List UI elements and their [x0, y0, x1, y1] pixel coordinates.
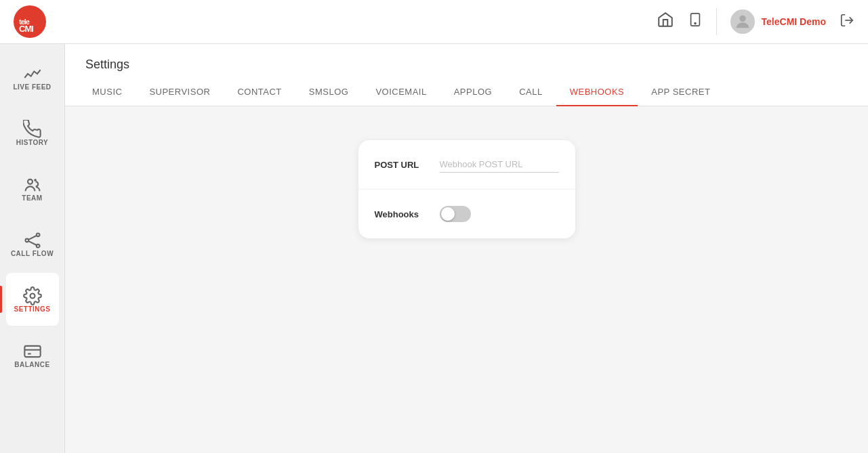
svg-line-13 — [28, 241, 37, 245]
tabs-bar: MUSIC SUPERVISOR CONTACT SMSLOG VOICEMAI… — [65, 79, 868, 106]
avatar — [730, 9, 755, 34]
svg-point-14 — [30, 293, 35, 298]
home-icon[interactable] — [657, 11, 674, 33]
webhooks-card: POST URL Webhooks — [358, 140, 575, 238]
sidebar-item-team[interactable]: TEAM — [6, 162, 59, 215]
phone-icon — [23, 120, 42, 139]
sidebar-label-team: TEAM — [22, 194, 42, 202]
svg-rect-15 — [24, 345, 40, 356]
mobile-icon[interactable] — [688, 11, 703, 33]
tab-supervisor[interactable]: SUPERVISOR — [136, 79, 224, 106]
svg-text:CMI: CMI — [19, 24, 33, 34]
svg-line-12 — [28, 236, 37, 240]
sidebar-label-live-feed: LIVE FEED — [13, 83, 51, 91]
svg-point-5 — [739, 16, 745, 22]
toggle-thumb — [441, 207, 455, 221]
post-url-input[interactable] — [440, 156, 559, 173]
webhooks-label: Webhooks — [375, 209, 429, 219]
balance-icon — [23, 342, 42, 361]
header-divider — [716, 8, 717, 35]
tab-voicemail[interactable]: VOICEMAIL — [362, 79, 440, 106]
tab-music[interactable]: MUSIC — [79, 79, 136, 106]
sidebar-label-history: HISTORY — [16, 139, 48, 146]
header: tele CMI TeleCMI Dem — [0, 0, 868, 44]
logo: tele CMI — [14, 5, 46, 38]
sidebar-label-balance: BALANCE — [14, 361, 49, 368]
svg-point-4 — [695, 23, 696, 24]
webhooks-toggle-section: Webhooks — [358, 190, 575, 238]
sidebar-item-balance[interactable]: BALANCE — [6, 328, 59, 381]
sidebar-item-live-feed[interactable]: LIVE FEED — [6, 51, 59, 104]
sidebar-item-history[interactable]: HISTORY — [6, 106, 59, 159]
svg-point-10 — [36, 233, 39, 236]
sidebar-label-call-flow: CALL FLOW — [11, 250, 54, 257]
post-url-row: POST URL — [375, 156, 559, 173]
logo-svg: tele CMI — [15, 7, 45, 37]
svg-point-11 — [36, 244, 39, 247]
webhooks-toggle-row: Webhooks — [375, 206, 559, 222]
sidebar: LIVE FEED HISTORY TEAM — [0, 44, 65, 453]
toggle-track[interactable] — [440, 206, 471, 222]
tab-call[interactable]: CALL — [505, 79, 556, 106]
post-url-section: POST URL — [358, 140, 575, 190]
sidebar-item-settings[interactable]: SETTINGS — [6, 273, 59, 326]
post-url-label: POST URL — [375, 160, 429, 170]
callflow-icon — [23, 231, 42, 250]
webhooks-toggle[interactable] — [440, 206, 471, 222]
content: Settings MUSIC SUPERVISOR CONTACT SMSLOG… — [65, 44, 868, 453]
logo-circle: tele CMI — [14, 5, 46, 38]
sidebar-item-call-flow[interactable]: CALL FLOW — [6, 217, 59, 270]
svg-point-9 — [25, 238, 28, 242]
tab-app-secret[interactable]: APP SECRET — [638, 79, 724, 106]
livefeed-icon — [23, 64, 42, 83]
team-icon — [23, 175, 42, 194]
header-right: TeleCMI Demo — [657, 8, 854, 35]
tab-webhooks[interactable]: WEBHOOKS — [556, 79, 638, 106]
sidebar-label-settings: SETTINGS — [14, 305, 50, 313]
main-layout: LIVE FEED HISTORY TEAM — [0, 44, 868, 453]
logout-icon[interactable] — [840, 13, 854, 31]
content-body: POST URL Webhooks — [65, 106, 868, 453]
settings-icon — [23, 286, 42, 305]
tab-smslog[interactable]: SMSLOG — [295, 79, 363, 106]
tab-contact[interactable]: CONTACT — [224, 79, 295, 106]
user-name: TeleCMI Demo — [762, 16, 826, 27]
page-title: Settings — [65, 44, 868, 79]
tab-applog[interactable]: APPLOG — [440, 79, 505, 106]
svg-point-6 — [28, 179, 33, 184]
user-info[interactable]: TeleCMI Demo — [730, 9, 826, 34]
